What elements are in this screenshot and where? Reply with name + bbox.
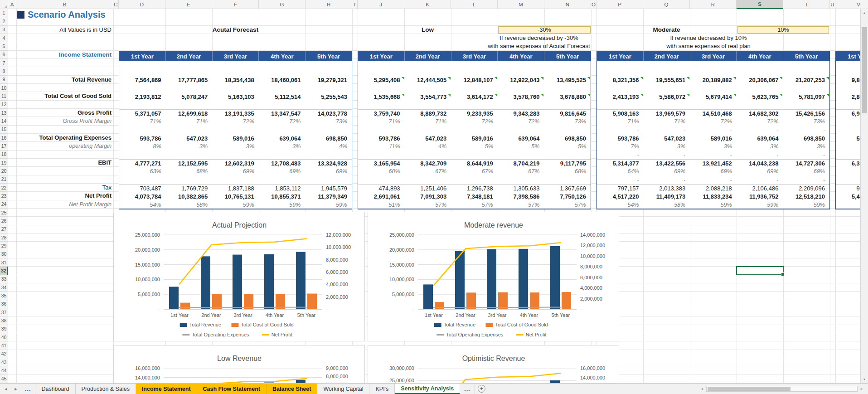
year-header-cell[interactable]: 3rd Year <box>690 51 737 61</box>
cell[interactable]: 15,426,156 <box>783 110 829 117</box>
year-header-cell[interactable]: 1st Year <box>358 51 405 61</box>
cell[interactable]: 3% <box>259 143 305 150</box>
cell[interactable]: 13,191,335 <box>212 110 259 117</box>
cell[interactable]: 72% <box>212 118 259 125</box>
cell[interactable]: 59% <box>259 202 305 208</box>
year-header-cell[interactable]: 2nd Year <box>166 51 213 61</box>
cell[interactable]: 20,306,067 <box>737 77 783 83</box>
column-header-U[interactable]: U <box>830 0 835 9</box>
cell[interactable]: 13,324,928 <box>305 160 352 167</box>
cell[interactable]: 589,016 <box>690 135 737 142</box>
low-scenario-label[interactable]: Low <box>404 26 451 34</box>
cell[interactable]: 9,233,935 <box>451 110 498 117</box>
cell[interactable]: 797,157 <box>597 185 644 192</box>
year-header-cell[interactable]: 5th Year <box>305 51 352 61</box>
cell[interactable]: 10,765,131 <box>212 193 259 200</box>
cell[interactable]: 10,382,865 <box>166 193 213 200</box>
row-header-14[interactable]: 14 <box>0 117 8 125</box>
row-header-23[interactable]: 23 <box>0 192 8 200</box>
row-header-10[interactable]: 10 <box>0 84 8 92</box>
column-header-T[interactable]: T <box>783 0 830 9</box>
cell[interactable]: 2,209,096 <box>783 185 829 192</box>
row-header-41[interactable]: 41 <box>0 341 8 350</box>
row-header-39[interactable]: 39 <box>0 325 8 333</box>
cell[interactable]: 14,510,468 <box>690 110 737 117</box>
tab-item[interactable]: ... <box>21 384 35 394</box>
cell[interactable]: 8,342,709 <box>405 160 451 167</box>
row-header-24[interactable]: 24 <box>0 200 8 209</box>
row-label-operating-margin[interactable]: operating Margin <box>16 142 112 150</box>
row-label-net-profit[interactable]: Net Profit <box>16 192 112 200</box>
cell[interactable]: 12,699,618 <box>166 110 213 117</box>
year-header-cell[interactable]: 2nd Year <box>405 51 451 61</box>
cell[interactable]: 72% <box>259 118 305 125</box>
cell[interactable]: 7,750,126 <box>544 193 591 200</box>
row-header-12[interactable]: 12 <box>0 101 8 109</box>
cell[interactable]: 72% <box>498 118 544 125</box>
column-header-O[interactable]: O <box>591 0 596 9</box>
row-header-30[interactable]: 30 <box>0 250 8 258</box>
cell[interactable]: - <box>644 127 690 133</box>
row-header-29[interactable]: 29 <box>0 242 8 250</box>
cell[interactable]: 12,444,505 <box>405 77 451 83</box>
moderate-pct-input[interactable]: 10% <box>737 26 829 34</box>
tab-cash-flow-statement[interactable]: Cash Flow Statement <box>197 384 267 394</box>
cell[interactable]: 67% <box>498 168 544 175</box>
row-label-ebit[interactable]: EBIT <box>16 159 112 167</box>
cell[interactable]: 5,078,247 <box>166 93 213 100</box>
cell[interactable]: 11,409,173 <box>644 193 690 200</box>
row-header-28[interactable]: 28 <box>0 233 8 242</box>
row-header-13[interactable]: 13 <box>0 109 8 117</box>
year-header-cell[interactable]: 4th Year <box>498 51 544 61</box>
row-header-6[interactable]: 6 <box>0 51 8 59</box>
cell[interactable]: 3% <box>690 143 737 150</box>
row-header-16[interactable]: 16 <box>0 134 8 142</box>
cell[interactable]: 3% <box>166 143 213 150</box>
cell[interactable]: 13,422,556 <box>644 160 690 167</box>
year-header-cell[interactable]: 1st Year <box>119 51 166 61</box>
row-header-42[interactable]: 42 <box>0 350 8 358</box>
cell[interactable]: - <box>597 127 644 133</box>
row-header-8[interactable]: 8 <box>0 67 8 75</box>
column-header-A[interactable]: A <box>8 0 16 9</box>
row-header-38[interactable]: 38 <box>0 316 8 325</box>
row-label-total-revenue[interactable]: Total Revenue <box>16 76 112 84</box>
row-header-7[interactable]: 7 <box>0 59 8 67</box>
cell[interactable]: - <box>690 177 737 183</box>
column-header-M[interactable]: M <box>498 0 544 9</box>
cell[interactable]: 3% <box>783 143 829 150</box>
cell[interactable]: 639,064 <box>737 135 783 142</box>
cell[interactable]: 59% <box>212 202 259 208</box>
row-header-37[interactable]: 37 <box>0 308 8 316</box>
cell[interactable]: 5,112,514 <box>259 93 305 100</box>
column-header-F[interactable]: F <box>212 0 259 9</box>
cell[interactable]: 5% <box>451 143 498 150</box>
row-header-27[interactable]: 27 <box>0 225 8 233</box>
cell[interactable]: - <box>783 177 829 183</box>
cell[interactable]: 5,163,103 <box>212 93 259 100</box>
year-header-cell[interactable]: 3rd Year <box>451 51 498 61</box>
hscroll-track[interactable] <box>706 386 858 392</box>
cell[interactable]: 593,786 <box>119 135 166 142</box>
cell[interactable]: 57% <box>405 202 451 208</box>
cell[interactable]: 3,678,880 <box>544 93 591 100</box>
row-header-32[interactable]: 32 <box>0 267 8 275</box>
cell[interactable]: 547,023 <box>405 135 451 142</box>
cell[interactable]: 20,189,882 <box>690 77 737 83</box>
row-header-43[interactable]: 43 <box>0 358 8 366</box>
cell[interactable]: 5% <box>544 143 591 150</box>
year-header-cell[interactable]: 4th Year <box>259 51 305 61</box>
cell[interactable]: 73% <box>305 118 352 125</box>
cell[interactable]: 3,759,740 <box>358 110 405 117</box>
cell[interactable]: - <box>644 152 690 158</box>
tab-income-statement[interactable]: Income Statement <box>136 384 197 394</box>
cell[interactable]: 72% <box>690 118 737 125</box>
cell[interactable]: 5% <box>498 143 544 150</box>
cell[interactable]: 5,295,408 <box>358 77 405 83</box>
cell[interactable]: 69% <box>690 168 737 175</box>
cell[interactable]: 71% <box>166 118 213 125</box>
cell[interactable]: 593,786 <box>358 135 405 142</box>
row-header-22[interactable]: 22 <box>0 184 8 192</box>
row-header-18[interactable]: 18 <box>0 151 8 159</box>
cell[interactable]: - <box>737 177 783 183</box>
